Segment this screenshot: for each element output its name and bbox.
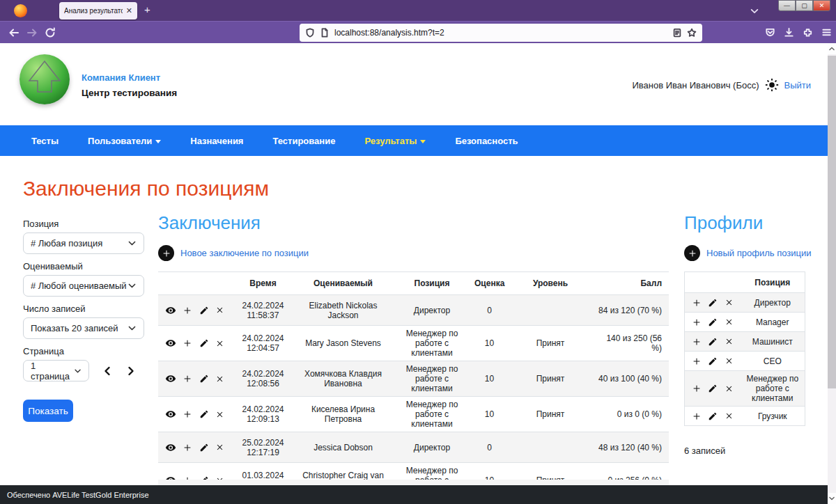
page-scrollbar[interactable] <box>828 43 836 504</box>
view-icon[interactable] <box>165 373 176 384</box>
delete-icon[interactable] <box>215 339 224 348</box>
nav-item-users[interactable]: Пользователи <box>88 136 161 146</box>
forward-icon[interactable] <box>26 27 38 38</box>
url-bar[interactable]: localhost:88/analysis.htm?t=2 <box>300 24 702 42</box>
cell-position: Грузчик <box>741 407 805 426</box>
logout-link[interactable]: Выйти <box>784 80 812 90</box>
maximize-button[interactable]: ▢ <box>796 0 813 11</box>
next-page-button[interactable] <box>125 365 137 377</box>
delete-icon[interactable] <box>725 337 734 346</box>
plus-circle-icon[interactable] <box>158 245 174 261</box>
col-actions <box>158 272 233 295</box>
edit-icon[interactable] <box>708 298 718 308</box>
view-icon[interactable] <box>165 442 176 453</box>
delete-icon[interactable] <box>725 384 734 393</box>
pocket-icon[interactable] <box>765 27 775 38</box>
records-filter-label: Число записей <box>23 304 144 314</box>
scrollbar-thumb[interactable] <box>828 56 836 388</box>
add-icon[interactable] <box>692 356 702 366</box>
add-icon[interactable] <box>183 338 192 348</box>
show-button[interactable]: Показать <box>23 400 73 422</box>
cell-level: Принят <box>509 361 592 397</box>
delete-icon[interactable] <box>215 375 224 384</box>
add-icon[interactable] <box>692 298 702 308</box>
delete-icon[interactable] <box>215 306 224 315</box>
view-icon[interactable] <box>165 409 176 420</box>
edit-icon[interactable] <box>199 338 209 348</box>
shield-icon[interactable] <box>305 28 315 38</box>
records-select[interactable]: Показать 20 записей <box>23 317 144 339</box>
add-icon[interactable] <box>183 374 192 384</box>
chevron-down-icon <box>420 140 426 143</box>
tab-title: Анализ результатов <box>64 7 123 15</box>
theme-sun-icon[interactable] <box>765 78 779 92</box>
edit-icon[interactable] <box>708 317 718 327</box>
plus-circle-icon[interactable] <box>684 245 700 261</box>
menu-icon[interactable] <box>821 27 832 38</box>
company-link[interactable]: Компания Клиент <box>82 72 160 83</box>
reload-icon[interactable] <box>45 27 56 38</box>
extensions-icon[interactable] <box>803 27 813 38</box>
add-icon[interactable] <box>692 317 702 327</box>
edit-icon[interactable] <box>708 384 718 393</box>
cell-level <box>509 432 592 463</box>
page-select[interactable]: 1 страница <box>23 360 89 381</box>
add-icon[interactable] <box>183 443 192 452</box>
add-icon[interactable] <box>692 384 702 393</box>
col-points: Балл <box>592 272 669 295</box>
url-text[interactable]: localhost:88/analysis.htm?t=2 <box>334 28 667 38</box>
cell-level: Принят <box>509 397 592 432</box>
view-icon[interactable] <box>165 338 176 349</box>
edit-icon[interactable] <box>708 411 718 421</box>
close-button[interactable]: ✕ <box>813 0 830 11</box>
list-tabs-icon[interactable] <box>750 6 759 16</box>
cell-position: Директор <box>394 295 470 326</box>
edit-icon[interactable] <box>199 306 209 315</box>
scroll-down-icon[interactable] <box>828 493 836 504</box>
add-icon[interactable] <box>183 306 192 315</box>
position-select[interactable]: # Любая позиция <box>23 233 144 254</box>
delete-icon[interactable] <box>725 411 734 420</box>
nav-item-assignments[interactable]: Назначения <box>190 136 243 146</box>
edit-icon[interactable] <box>199 409 209 419</box>
delete-icon[interactable] <box>725 298 734 307</box>
bookmark-star-icon[interactable] <box>687 28 697 38</box>
back-icon[interactable] <box>8 27 20 38</box>
delete-icon[interactable] <box>725 317 734 326</box>
add-icon[interactable] <box>692 411 702 421</box>
tab-close-icon[interactable]: ✕ <box>123 7 132 15</box>
new-tab-button[interactable]: + <box>144 3 150 15</box>
delete-icon[interactable] <box>215 443 224 452</box>
cell-points: 140 из 250 (56 %) <box>592 326 669 361</box>
downloads-icon[interactable] <box>784 27 794 38</box>
edit-icon[interactable] <box>708 337 718 347</box>
logo-arrow-icon <box>20 54 70 104</box>
add-icon[interactable] <box>183 409 192 419</box>
page-info-icon[interactable] <box>320 28 330 38</box>
edit-icon[interactable] <box>199 443 209 452</box>
browser-tab[interactable]: Анализ результатов ✕ <box>59 2 137 19</box>
cell-evaluee: Mary Jason Stevens <box>293 326 394 361</box>
nav-item-results[interactable]: Результаты <box>364 136 426 146</box>
new-profile-link[interactable]: Новый профиль позиции <box>706 248 811 258</box>
nav-label: Пользователи <box>88 136 152 146</box>
col-score: Оценка <box>470 272 509 295</box>
nav-item-testing[interactable]: Тестирование <box>272 136 335 146</box>
reader-mode-icon[interactable] <box>672 28 682 38</box>
view-icon[interactable] <box>165 305 176 316</box>
cell-position: Менеджер по работе с клиентами <box>394 326 470 361</box>
new-conclusion-link[interactable]: Новое заключение по позиции <box>180 248 309 258</box>
scroll-up-icon[interactable] <box>828 43 836 54</box>
nav-item-security[interactable]: Безопасность <box>455 136 518 146</box>
edit-icon[interactable] <box>708 356 718 366</box>
firefox-logo-icon[interactable] <box>14 4 27 17</box>
edit-icon[interactable] <box>199 374 209 384</box>
delete-icon[interactable] <box>215 410 224 419</box>
cell-time: 24.02.2024 12:08:56 <box>233 361 293 397</box>
add-icon[interactable] <box>692 337 702 347</box>
prev-page-button[interactable] <box>102 365 113 377</box>
minimize-button[interactable]: — <box>778 0 796 11</box>
evaluee-select[interactable]: # Любой оцениваемый <box>23 275 144 297</box>
delete-icon[interactable] <box>725 356 734 365</box>
nav-item-tests[interactable]: Тесты <box>31 136 59 146</box>
